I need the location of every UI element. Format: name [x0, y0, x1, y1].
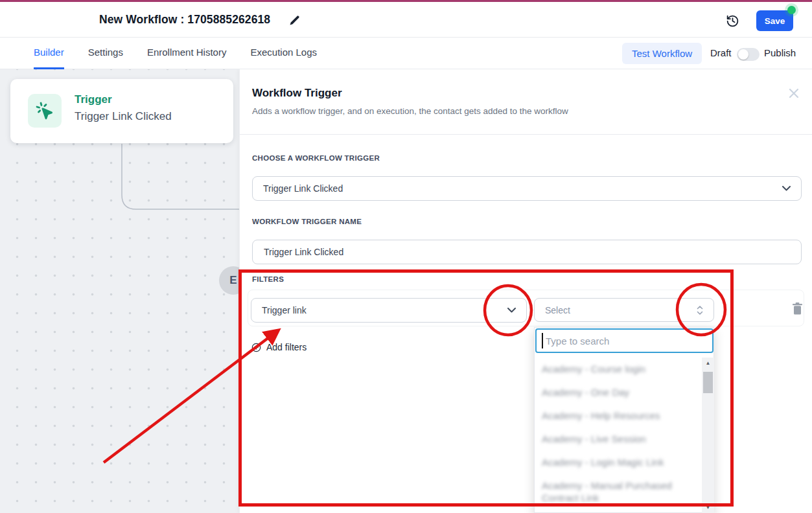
- mouse-pointer-click-icon: [35, 101, 54, 120]
- unsaved-changes-dot: [787, 6, 796, 14]
- publish-label: Publish: [764, 47, 796, 58]
- chevron-down-icon: [782, 186, 791, 191]
- choose-trigger-label: CHOOSE A WORKFLOW TRIGGER: [252, 154, 380, 162]
- version-history-icon[interactable]: [726, 14, 739, 28]
- add-filters-label: Add filters: [266, 342, 307, 352]
- scroll-up-arrow[interactable]: ▲: [702, 358, 714, 369]
- workflow-trigger-select[interactable]: Trigger Link Clicked: [252, 176, 802, 201]
- workflow-title: New Workflow : 1705885262618: [99, 2, 270, 38]
- test-workflow-button[interactable]: Test Workflow: [622, 43, 702, 64]
- scroll-down-arrow[interactable]: ▼: [702, 502, 714, 513]
- trigger-name-input[interactable]: [252, 240, 802, 264]
- draft-label: Draft: [710, 47, 732, 58]
- dropdown-option[interactable]: Academy - Help Resources: [535, 404, 702, 428]
- dropdown-option[interactable]: Academy - One Day: [535, 381, 702, 404]
- chevron-down-icon: [507, 308, 516, 313]
- tab-enrollment-history[interactable]: Enrollment History: [147, 38, 227, 69]
- dropdown-option[interactable]: Academy - Course login: [535, 358, 702, 381]
- header-bar: New Workflow : 1705885262618 Save: [0, 2, 812, 38]
- trigger-name-label: WORKFLOW TRIGGER NAME: [252, 218, 362, 225]
- tabs: Builder Settings Enrollment History Exec…: [34, 38, 317, 69]
- trigger-icon-tile: [28, 94, 62, 128]
- dropdown-option[interactable]: Academy - Manual Purchased Contract Link: [535, 474, 702, 510]
- tab-execution-logs[interactable]: Execution Logs: [250, 38, 317, 69]
- dropdown-scrollbar[interactable]: ▲ ▼: [702, 358, 714, 513]
- publish-toggle[interactable]: [737, 48, 760, 61]
- add-filters-button[interactable]: Add filters: [251, 342, 307, 352]
- dropdown-option[interactable]: Academy - Login Magic Link: [535, 451, 702, 474]
- divider: [240, 134, 812, 135]
- trigger-card-title: Trigger: [75, 93, 112, 106]
- plus-circle-icon: [251, 343, 261, 352]
- panel-title: Workflow Trigger: [252, 87, 342, 100]
- save-button[interactable]: Save: [756, 10, 793, 31]
- workflow-canvas: Trigger Trigger Link Clicked E: [0, 69, 239, 513]
- scrollbar-thumb[interactable]: [703, 372, 713, 393]
- workflow-builder-screen: New Workflow : 1705885262618 Save Builde…: [0, 0, 812, 513]
- browser-chrome-strip: [0, 0, 812, 2]
- text-caret: [542, 333, 543, 348]
- filter-field-select[interactable]: Trigger link: [251, 298, 527, 323]
- tab-settings[interactable]: Settings: [88, 38, 123, 69]
- delete-filter-trash-icon[interactable]: [791, 302, 804, 315]
- panel-description: Adds a workflow trigger, and on executio…: [252, 106, 568, 116]
- filter-value-dropdown: Academy - Course login Academy - One Day…: [534, 327, 714, 513]
- close-icon[interactable]: [787, 87, 800, 100]
- trigger-node-card[interactable]: Trigger Trigger Link Clicked: [10, 79, 233, 143]
- search-input[interactable]: [535, 328, 713, 353]
- filter-value-select[interactable]: Select: [534, 298, 714, 322]
- edit-title-pencil-icon[interactable]: [289, 14, 301, 26]
- dropdown-option-list: Academy - Course login Academy - One Day…: [535, 358, 702, 510]
- workflow-trigger-select-value: Trigger Link Clicked: [263, 183, 343, 194]
- filter-field-value: Trigger link: [262, 305, 307, 315]
- dropdown-option[interactable]: Academy - Live Session: [535, 428, 702, 451]
- toggle-knob: [738, 49, 748, 60]
- filter-value-placeholder: Select: [545, 305, 570, 315]
- tab-builder[interactable]: Builder: [34, 38, 64, 69]
- workflow-tabbar: Builder Settings Enrollment History Exec…: [0, 38, 812, 69]
- trigger-settings-panel: Workflow Trigger Adds a workflow trigger…: [239, 69, 812, 513]
- trigger-card-subtitle: Trigger Link Clicked: [75, 110, 172, 123]
- sort-arrows-icon: [697, 306, 703, 315]
- filters-label: FILTERS: [252, 275, 284, 283]
